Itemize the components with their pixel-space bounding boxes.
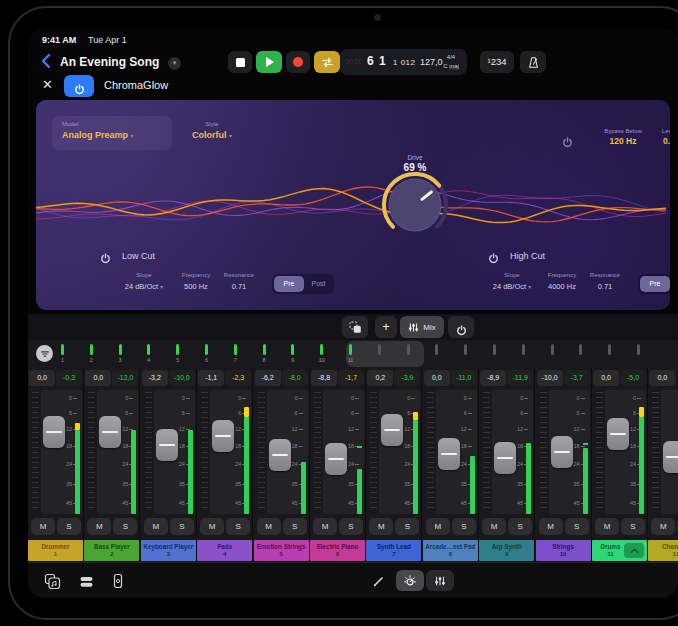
fader-handle[interactable] (325, 443, 347, 475)
overview-channel-tick[interactable] (119, 344, 122, 355)
track-name-plate[interactable]: Drummer1 (28, 540, 83, 561)
drive-knob[interactable] (377, 167, 453, 243)
fader-handle[interactable] (607, 418, 629, 450)
add-track-button[interactable]: + (375, 316, 397, 338)
fader-handle[interactable] (43, 416, 65, 448)
overview-channel-tick[interactable] (263, 344, 266, 355)
overview-channel-tick[interactable] (234, 344, 237, 355)
volume-value[interactable]: -1,1 (198, 370, 224, 386)
fader-handle[interactable] (551, 436, 573, 468)
high-cut-resonance-value[interactable]: 0.71 (578, 282, 632, 291)
fader-handle[interactable] (99, 416, 121, 448)
close-icon[interactable]: ✕ (42, 77, 53, 92)
overview-channel-tick[interactable] (522, 344, 525, 355)
mute-button[interactable]: M (651, 518, 675, 535)
overview-channel-tick[interactable] (464, 344, 467, 355)
chevron-down-icon[interactable]: ▾ (168, 57, 181, 70)
model-selector[interactable]: Model Analog Preamp ▾ (52, 116, 172, 150)
track-name-plate[interactable]: Emotion Strings5 (254, 540, 309, 561)
high-cut-power-icon[interactable] (488, 250, 499, 261)
overview-channel-tick[interactable] (61, 344, 64, 355)
overview-channel-tick[interactable] (608, 344, 611, 355)
track-name-plate[interactable]: Chorus V12 (648, 540, 678, 561)
collapse-chevron-button[interactable] (624, 543, 644, 558)
overview-channel-tick[interactable] (435, 344, 438, 355)
solo-button[interactable]: S (226, 518, 250, 535)
cycle-button[interactable] (314, 51, 340, 73)
recorder-button[interactable] (108, 571, 128, 591)
count-in-button[interactable]: ¹234 (480, 51, 514, 73)
fader-handle[interactable] (269, 439, 291, 471)
style-selector[interactable]: Style Colorful ▾ (176, 116, 248, 150)
overview-channel-tick[interactable] (579, 344, 582, 355)
track-name-plate[interactable]: Arcade…eet Pad8 (423, 540, 478, 561)
metronome-button[interactable] (520, 51, 546, 73)
loop-browser-button[interactable] (42, 571, 62, 591)
overview-channel-tick[interactable] (320, 344, 323, 355)
fader-handle[interactable] (381, 414, 403, 446)
lcd-display[interactable]: 00:00 6 1 1 012 127,0 4/4C maj MIDI (340, 49, 467, 75)
volume-value[interactable]: 0,0 (593, 370, 619, 386)
fader-handle[interactable] (438, 438, 460, 470)
volume-value[interactable]: -6,2 (255, 370, 281, 386)
mute-button[interactable]: M (539, 518, 563, 535)
mute-button[interactable]: M (595, 518, 619, 535)
volume-value[interactable]: 0,0 (29, 370, 55, 386)
fader-handle[interactable] (156, 429, 178, 461)
paste-button[interactable] (342, 316, 368, 338)
mute-button[interactable]: M (31, 518, 55, 535)
mute-button[interactable]: M (87, 518, 111, 535)
volume-value[interactable]: 0,0 (424, 370, 450, 386)
controls-view-button[interactable] (396, 570, 424, 591)
filter-button[interactable] (36, 345, 53, 362)
track-name-plate[interactable]: Bass Player2 (84, 540, 139, 561)
overview-thumb[interactable] (346, 341, 424, 367)
volume-value[interactable]: -3,2 (142, 370, 168, 386)
mute-button[interactable]: M (257, 518, 281, 535)
volume-value[interactable]: -8,8 (311, 370, 337, 386)
plugin-power-button[interactable] (64, 75, 94, 97)
fader-handle[interactable] (663, 441, 678, 473)
overview-channel-tick[interactable] (349, 344, 352, 355)
bypass-power-icon[interactable] (562, 134, 573, 145)
solo-button[interactable]: S (452, 518, 476, 535)
record-button[interactable] (286, 51, 310, 73)
fader-handle[interactable] (494, 442, 516, 474)
mute-button[interactable]: M (482, 518, 506, 535)
mixer-power-button[interactable] (448, 316, 474, 338)
solo-button[interactable]: S (565, 518, 589, 535)
track-name-plate[interactable]: Drums11 (592, 540, 647, 561)
edit-pencil-button[interactable] (368, 571, 388, 591)
fader-handle[interactable] (212, 420, 234, 452)
track-name-plate[interactable]: Pads4 (197, 540, 252, 561)
volume-value[interactable]: 0,2 (367, 370, 393, 386)
low-cut-post-button[interactable]: Post (305, 276, 332, 292)
low-cut-resonance-value[interactable]: 0.71 (212, 282, 266, 291)
level-control[interactable]: Level 0.0 (646, 120, 670, 146)
overview-channel-tick[interactable] (90, 344, 93, 355)
volume-value[interactable]: -10,0 (537, 370, 563, 386)
mute-button[interactable]: M (313, 518, 337, 535)
solo-button[interactable]: S (621, 518, 645, 535)
overview-channel-tick[interactable] (291, 344, 294, 355)
mute-button[interactable]: M (144, 518, 168, 535)
mute-button[interactable]: M (426, 518, 450, 535)
track-name-plate[interactable]: Electric Piano6 (310, 540, 365, 561)
low-cut-pre-button[interactable]: Pre (274, 276, 304, 292)
mute-button[interactable]: M (200, 518, 224, 535)
track-name-plate[interactable]: Arp Synth9 (479, 540, 534, 561)
solo-button[interactable]: S (339, 518, 363, 535)
plugins-button[interactable] (76, 571, 96, 591)
solo-button[interactable]: S (283, 518, 307, 535)
overview-channel-tick[interactable] (147, 344, 150, 355)
low-cut-power-icon[interactable] (100, 250, 111, 261)
overview-channel-tick[interactable] (205, 344, 208, 355)
play-button[interactable] (256, 51, 282, 73)
solo-button[interactable]: S (113, 518, 137, 535)
track-name-plate[interactable]: Synth Lead7 (366, 540, 421, 561)
volume-value[interactable]: -8,9 (480, 370, 506, 386)
back-icon[interactable] (40, 53, 52, 69)
low-cut-slope-value[interactable]: 24 dB/Oct ▾ (112, 282, 176, 291)
mixer-view-button[interactable] (426, 570, 454, 591)
volume-value[interactable]: 0,0 (85, 370, 111, 386)
